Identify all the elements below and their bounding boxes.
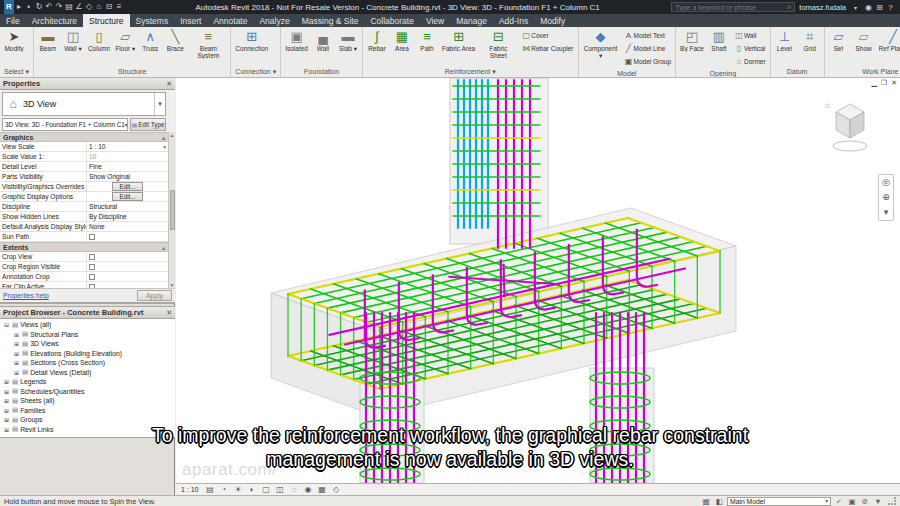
- scroll-up-icon[interactable]: ▲: [170, 132, 175, 138]
- ribbon-button-beam-system[interactable]: ≡Beam System: [188, 28, 228, 66]
- ribbon-button-isolated[interactable]: ▣Isolated: [283, 28, 310, 66]
- ribbon-button-wall[interactable]: ◫Wall ▾: [61, 28, 85, 66]
- section-icon[interactable]: ⊟: [104, 0, 114, 14]
- ribbon-button-truss[interactable]: ∧Truss: [138, 28, 162, 66]
- ribbon-button-model-group[interactable]: ▣Model Group: [622, 55, 674, 68]
- view-restore-icon[interactable]: ❐: [881, 79, 887, 87]
- exchange-apps-icon[interactable]: ⊞: [874, 3, 885, 12]
- open-icon[interactable]: ▸: [14, 0, 24, 14]
- prop-value-visibility-graphics-overrides[interactable]: Edit...: [86, 182, 168, 191]
- prop-value-discipline[interactable]: Structural: [86, 202, 168, 211]
- tree-item-views-all[interactable]: ⊟▤Views (all): [0, 320, 175, 330]
- panel-label-reinforcement[interactable]: Reinforcement ▾: [363, 67, 578, 77]
- tab-massing-site[interactable]: Massing & Site: [296, 14, 365, 27]
- ribbon-button-fabric-sheet[interactable]: ⊟Fabric Sheet: [478, 28, 518, 66]
- view-minimize-icon[interactable]: ▁: [871, 79, 876, 87]
- steering-wheel-icon[interactable]: ◎: [879, 175, 893, 190]
- tree-item-detail-views-detail[interactable]: ⊞▤Detail Views (Detail): [0, 368, 175, 378]
- project-browser-close-icon[interactable]: ✕: [166, 309, 172, 317]
- ribbon-button-brace[interactable]: ╲Brace: [163, 28, 187, 66]
- print-icon[interactable]: ▤: [64, 0, 74, 14]
- editable-only-icon[interactable]: ✓: [834, 497, 844, 506]
- ribbon-button-grid[interactable]: ⌗Grid: [798, 28, 822, 66]
- expander-icon[interactable]: ⊟: [3, 321, 10, 328]
- thin-lines-icon[interactable]: ≡: [114, 0, 124, 14]
- prop-value-crop-view[interactable]: [86, 252, 168, 261]
- tree-item-groups[interactable]: ⊞▤Groups: [0, 415, 175, 425]
- revit-logo-icon[interactable]: R: [4, 0, 14, 14]
- scrollbar-thumb[interactable]: [170, 190, 175, 230]
- tree-item-sheets-all[interactable]: ⊞▤Sheets (all): [0, 396, 175, 406]
- 3d-scene[interactable]: [176, 78, 900, 483]
- type-selector-dropdown-icon[interactable]: ▾: [154, 93, 165, 115]
- prop-value-graphic-display-options[interactable]: Edit...: [86, 192, 168, 201]
- viewcube[interactable]: ⌂: [824, 96, 872, 158]
- tab-architecture[interactable]: Architecture: [26, 14, 83, 27]
- section-extents[interactable]: Extents▴: [0, 242, 168, 252]
- temporary-view-properties-icon[interactable]: ▦: [317, 485, 328, 494]
- project-browser-title[interactable]: Project Browser - Concrete Building.rvt …: [0, 307, 175, 319]
- help-icon[interactable]: ?: [885, 3, 896, 12]
- tab-add-ins[interactable]: Add-Ins: [493, 14, 534, 27]
- ribbon-button-rebar-area[interactable]: ▦Area: [390, 28, 414, 66]
- instance-selector[interactable]: 3D View: 3D - Foundation F1 + Column C1 …: [2, 118, 128, 131]
- visual-style-icon[interactable]: ◔: [219, 485, 230, 494]
- prop-value-crop-region-visible[interactable]: [86, 262, 168, 271]
- username[interactable]: tomasz.fudala: [799, 3, 846, 12]
- zoom-icon[interactable]: ⊕: [879, 190, 893, 205]
- panel-label-datum[interactable]: Datum: [771, 67, 824, 77]
- redo-icon[interactable]: ↷: [54, 0, 64, 14]
- main-model-select[interactable]: Main Model ▾: [727, 497, 831, 506]
- tree-item-sections-cross-section[interactable]: ⊞▤Sections (Cross Section): [0, 358, 175, 368]
- crop-region-visibility-icon[interactable]: ◫: [275, 485, 286, 494]
- apply-button[interactable]: Apply: [137, 290, 172, 301]
- signin-icon[interactable]: ◉: [863, 3, 874, 12]
- resize-grip[interactable]: [888, 497, 896, 505]
- tree-item-families[interactable]: ⊞▤Families: [0, 406, 175, 416]
- search-input[interactable]: [675, 4, 785, 11]
- save-icon[interactable]: ▪: [24, 0, 34, 14]
- expander-icon[interactable]: ⊞: [13, 359, 20, 366]
- prop-value-scale-value-1[interactable]: 10: [86, 152, 168, 161]
- expander-icon[interactable]: ⊞: [3, 407, 10, 414]
- tab-view[interactable]: View: [420, 14, 450, 27]
- sun-path-icon[interactable]: ☀: [233, 485, 244, 494]
- ribbon-button-model-line[interactable]: ╱Model Line: [622, 42, 674, 55]
- tree-item-legends[interactable]: ⊞▤Legends: [0, 377, 175, 387]
- viewport[interactable]: ▁ ❐ ✕ ⌂ ◎⊕▾ aparat.com/: [176, 78, 900, 483]
- ribbon-button-wall-opening[interactable]: ◫Wall: [732, 29, 768, 42]
- section-graphics[interactable]: Graphics▴: [0, 132, 168, 142]
- ribbon-button-rebar-coupler[interactable]: ⋈Rebar Coupler: [519, 42, 575, 55]
- prop-value-show-hidden-lines[interactable]: By Discipline: [86, 212, 168, 221]
- panel-label-select[interactable]: Select ▾: [0, 67, 33, 77]
- prop-value-parts-visibility[interactable]: Show Original: [86, 172, 168, 181]
- filter-icon[interactable]: ▼: [873, 497, 883, 506]
- expander-icon[interactable]: ⊞: [3, 378, 10, 385]
- ribbon-button-set-work-plane[interactable]: ▱Set: [827, 28, 851, 66]
- tree-item-schedules-quantities[interactable]: ⊞▤Schedules/Quantities: [0, 387, 175, 397]
- type-selector[interactable]: ⌂ 3D View ▾: [2, 92, 166, 116]
- expander-icon[interactable]: ⊞: [3, 426, 10, 433]
- edit-button[interactable]: Edit...: [112, 182, 142, 191]
- tree-item-revit-links[interactable]: ⊞▤Revit Links: [0, 425, 175, 435]
- ribbon-button-slab[interactable]: ▬Slab ▾: [336, 28, 360, 66]
- edit-type-button[interactable]: ▤ Edit Type: [130, 118, 166, 131]
- panel-label-structure[interactable]: Structure: [34, 67, 230, 77]
- expander-icon[interactable]: ⊞: [13, 331, 20, 338]
- tree-item-structural-plans[interactable]: ⊞▤Structural Plans: [0, 330, 175, 340]
- prop-value-detail-level[interactable]: Fine: [86, 162, 168, 171]
- scale-button[interactable]: 1 : 10: [178, 485, 202, 494]
- tab-annotate[interactable]: Annotate: [207, 14, 253, 27]
- exclude-options-icon[interactable]: ⊘: [860, 497, 870, 506]
- ribbon-button-rebar[interactable]: ∫Rebar: [365, 28, 389, 66]
- temporary-hide-isolate-icon[interactable]: ◌: [289, 485, 300, 494]
- sync-icon[interactable]: ↻: [34, 0, 44, 14]
- expander-icon[interactable]: ⊞: [13, 369, 20, 376]
- properties-help-link[interactable]: Properties help: [3, 292, 49, 299]
- tab-file[interactable]: File: [0, 14, 26, 27]
- tab-collaborate[interactable]: Collaborate: [364, 14, 419, 27]
- tag-icon[interactable]: ◇: [84, 0, 94, 14]
- panel-label-opening[interactable]: Opening: [676, 69, 770, 78]
- ribbon-button-cursor[interactable]: ➤Modify: [2, 28, 26, 66]
- ribbon-button-floor[interactable]: ▱Floor ▾: [113, 28, 137, 66]
